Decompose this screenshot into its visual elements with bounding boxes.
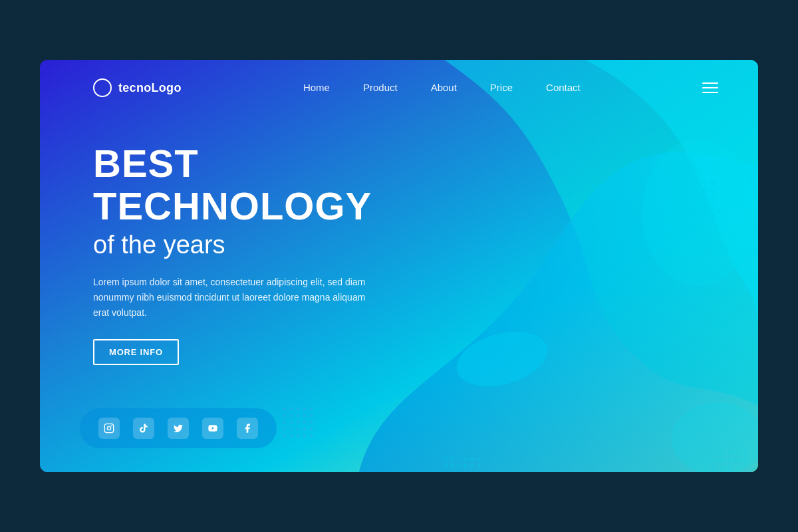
svg-point-65: [451, 458, 454, 461]
nav-links: Home Product About Price Contact: [303, 82, 581, 94]
svg-point-45: [290, 414, 293, 418]
svg-point-78: [720, 451, 723, 454]
svg-rect-92: [104, 424, 113, 432]
nav-item-price[interactable]: Price: [490, 82, 513, 94]
svg-point-44: [283, 414, 287, 418]
svg-point-49: [283, 421, 287, 424]
svg-point-60: [290, 434, 293, 438]
twitter-icon[interactable]: [168, 418, 189, 439]
nav-item-about[interactable]: About: [431, 82, 457, 94]
svg-point-68: [471, 458, 474, 461]
svg-point-33: [671, 213, 675, 217]
svg-point-18: [663, 197, 667, 201]
svg-point-2: [642, 140, 755, 286]
svg-point-36: [695, 213, 699, 217]
nav-item-product[interactable]: Product: [363, 82, 398, 94]
logo-circle-icon: [93, 78, 112, 97]
more-info-button[interactable]: MORE INFO: [93, 339, 179, 365]
svg-point-72: [458, 464, 461, 467]
svg-point-12: [671, 189, 675, 193]
svg-point-40: [290, 408, 293, 411]
svg-point-32: [663, 213, 667, 217]
svg-point-84: [720, 459, 723, 462]
svg-point-82: [704, 459, 707, 462]
svg-point-37: [703, 213, 707, 217]
svg-point-31: [711, 205, 715, 209]
svg-point-50: [290, 421, 293, 424]
svg-point-5: [671, 181, 675, 185]
svg-point-91: [728, 467, 731, 470]
svg-point-10: [711, 181, 715, 185]
svg-point-55: [290, 428, 293, 431]
svg-point-85: [728, 459, 731, 462]
svg-point-9: [703, 181, 707, 185]
svg-point-28: [687, 205, 691, 209]
svg-point-76: [704, 451, 707, 454]
svg-point-11: [663, 189, 667, 193]
svg-point-54: [283, 428, 287, 431]
facebook-icon[interactable]: [237, 418, 258, 439]
hero-description: Lorem ipsum dolor sit amet, consectetuer…: [93, 275, 372, 321]
youtube-icon[interactable]: [202, 418, 223, 439]
svg-point-86: [735, 459, 739, 462]
navbar: tecnoLogo Home Product About Price Conta…: [40, 60, 758, 116]
svg-point-24: [711, 197, 715, 201]
social-bar: [80, 408, 277, 448]
svg-point-46: [297, 414, 300, 418]
hamburger-line-3: [702, 92, 718, 93]
svg-point-67: [464, 458, 467, 461]
svg-point-80: [735, 451, 739, 454]
svg-point-20: [679, 197, 683, 201]
svg-point-42: [303, 408, 307, 411]
svg-point-38: [711, 213, 715, 217]
nav-item-home[interactable]: Home: [303, 82, 330, 94]
hamburger-line-2: [702, 87, 718, 88]
svg-point-16: [703, 189, 707, 193]
hamburger-line-1: [702, 82, 718, 84]
svg-point-41: [297, 408, 300, 411]
svg-point-14: [687, 189, 691, 193]
svg-point-63: [310, 434, 313, 438]
svg-point-58: [310, 428, 313, 431]
svg-point-79: [728, 451, 731, 454]
svg-point-94: [111, 425, 112, 426]
svg-point-34: [679, 213, 683, 217]
logo: tecnoLogo: [93, 78, 182, 97]
svg-point-56: [297, 428, 300, 431]
svg-point-74: [471, 464, 474, 467]
svg-point-26: [671, 205, 675, 209]
svg-point-57: [303, 428, 307, 431]
svg-point-69: [477, 458, 481, 461]
svg-point-75: [477, 464, 481, 467]
svg-point-43: [310, 408, 313, 411]
hero-content: BEST TECHNOLOGY of the years Lorem ipsum…: [40, 116, 372, 365]
svg-point-51: [297, 421, 300, 424]
svg-point-4: [663, 181, 667, 185]
hero-title: BEST TECHNOLOGY of the years: [93, 142, 372, 260]
svg-point-29: [695, 205, 699, 209]
hamburger-menu[interactable]: [702, 82, 718, 93]
svg-point-35: [687, 213, 691, 217]
svg-point-22: [695, 197, 699, 201]
svg-point-53: [310, 421, 313, 424]
tiktok-icon[interactable]: [133, 418, 154, 439]
svg-point-89: [712, 467, 715, 470]
svg-point-70: [444, 464, 448, 467]
svg-point-6: [679, 181, 683, 185]
hero-title-line1: BEST: [93, 142, 372, 185]
svg-point-66: [458, 458, 461, 461]
svg-point-71: [451, 464, 454, 467]
svg-point-21: [687, 197, 691, 201]
svg-point-73: [464, 464, 467, 467]
svg-point-62: [303, 434, 307, 438]
svg-point-27: [679, 205, 683, 209]
svg-point-30: [703, 205, 707, 209]
svg-point-93: [107, 426, 110, 430]
page-wrapper: tecnoLogo Home Product About Price Conta…: [40, 60, 758, 472]
svg-point-88: [704, 467, 707, 470]
svg-point-25: [663, 205, 667, 209]
nav-item-contact[interactable]: Contact: [546, 82, 581, 94]
hero-title-line3: of the years: [93, 230, 372, 261]
instagram-icon[interactable]: [98, 418, 120, 439]
svg-point-61: [297, 434, 300, 438]
